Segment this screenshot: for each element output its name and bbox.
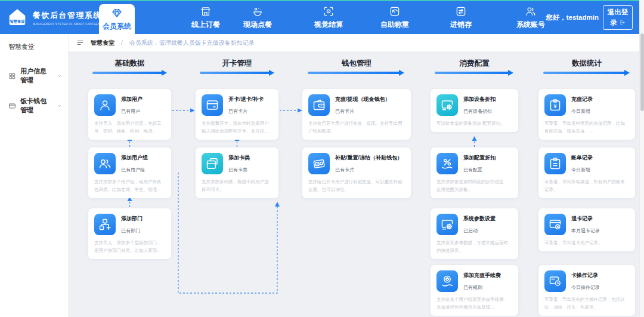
card-title: 卡操作记录 [571, 272, 600, 279]
recharge-fee-icon [436, 270, 458, 292]
card-title: 添加用户组 [121, 154, 148, 162]
add-user-group-icon [94, 153, 116, 174]
column-header-arrow [308, 72, 402, 74]
card-return-records[interactable]: 退卡记录 本月退卡记录 可查看、导出退卡用户记录。 [538, 208, 635, 251]
card-subtitle: 已有卡类 [228, 167, 250, 173]
app-subtitle: MANAGEMENT SYSTEM OF SMART CANTEEN [33, 23, 102, 26]
card-open-return-replace[interactable]: 开卡/退卡/补卡 已有卡片 支持批量开卡，添加卡时选择用户输入相应信息即可开卡。… [196, 89, 278, 140]
card-description: 支持给已开卡用户进行补贴充值、可以重置补贴金额。也可以冻结。 [308, 178, 405, 193]
card-subtitle: 已有用户 [121, 108, 143, 115]
store-icon [200, 5, 212, 17]
bill-record-icon [544, 153, 566, 174]
card-title: 系统参数设置 [463, 215, 496, 223]
nav-item-online-order[interactable]: 线上订餐 [179, 1, 233, 34]
sidebar-collapse-icon[interactable] [76, 39, 84, 47]
nav-item-member-system[interactable]: 会员系统 [99, 4, 135, 34]
card-title: 账单记录 [571, 154, 593, 162]
card-description: 支持导入、添加用户信息，包括工号、密码、姓名、性别、电话。 [94, 119, 165, 135]
card-config-discount[interactable]: 添加配置折扣 已有配置 支持添加食堂某时间段的折扣信息，应用范围为设备。 [431, 147, 518, 198]
top-navbar: 智慧食堂 餐饮后台管理系统 MANAGEMENT SYSTEM OF SMART… [0, 1, 644, 34]
column-header: 开卡管理 [196, 59, 278, 69]
wallet-icon [308, 94, 330, 116]
column-card-management: 开卡管理 开卡/退卡/补卡 已有卡片 支持批量开卡，添加卡时选择用户输入相应信息… [196, 51, 278, 317]
column-header: 消费配置 [431, 59, 518, 69]
card-recharge-records[interactable]: 充值记录 今日新增 可查看、导出多种类型的充值记录，比如自助充值、现金充值、..… [538, 89, 635, 140]
accounts-icon [525, 5, 537, 17]
card-operation-records[interactable]: 卡操作记录 今日操作记录 可查看、导出所有的卡操作记录，包括认证、冻结、挂失、作… [538, 265, 635, 316]
card-description: 支持设置参考数据，方便常规运营时的快速设置。 [436, 239, 512, 254]
recharge-record-icon [544, 94, 566, 116]
card-types-icon [202, 153, 223, 174]
column-basic-data: 基础数据 添加用户 已有用户 支持导入、添加用户信息，包括工号、密码、姓名、性别… [88, 51, 171, 317]
subsidy-wallet-icon [308, 153, 330, 174]
grid-icon [8, 72, 16, 80]
breadcrumb-root[interactable]: 智慧食堂 [91, 39, 114, 47]
app-title: 餐饮后台管理系统 [33, 10, 102, 21]
chevron-down-icon [57, 103, 62, 109]
inventory-icon [455, 5, 467, 17]
chevron-down-icon [57, 73, 62, 79]
card-title: 退卡记录 [571, 215, 600, 223]
nav-item-vision-settle[interactable]: 视觉结算 [302, 1, 355, 34]
card-recharge-withdraw[interactable]: 充值/提现（现金钱包） 已有卡片 支持给已开卡用户进行充值、提现。支持导出用户钱… [302, 89, 411, 140]
card-subtitle: 本月退卡记录 [571, 227, 600, 234]
nav-item-inventory[interactable]: 进销存 [434, 1, 488, 34]
sidebar-item-card-wallet[interactable]: 饭卡钱包管理 [0, 91, 68, 121]
card-system-params[interactable]: 系统参数设置 已启动 支持设置参考数据，方便常规运营时的快速设置。 [431, 208, 518, 259]
card-description: 支持批量开卡，添加卡时选择用户输入相应信息即可开卡。支持挂... [202, 119, 273, 135]
card-title: 添加部门 [121, 215, 143, 223]
logout-icon [619, 19, 626, 26]
sidebar-item-label: 饭卡钱包管理 [20, 97, 52, 115]
add-user-icon [94, 94, 116, 116]
card-title: 添加设备折扣 [463, 96, 496, 103]
card-description: 可以给食堂的设备添加 配置折扣。 [436, 119, 512, 127]
card-bill-records[interactable]: 账单记录 今日新增 可查看、导出所有渠道、所有用户的账单记录。 [538, 147, 635, 198]
app-logo: 智慧食堂 餐饮后台管理系统 MANAGEMENT SYSTEM OF SMART… [0, 7, 104, 29]
system-params-icon [436, 214, 458, 235]
sidebar: 智慧食堂 用户信息管理 饭卡钱包管理 [0, 34, 69, 317]
column-header-arrow [92, 72, 165, 74]
nav-label: 现场点餐 [243, 20, 272, 30]
card-recharge-fee[interactable]: 添加充值手续费 已有规则 支持给某个用户组设置充值手续费，充值途径包含微信充值及… [431, 265, 518, 316]
card-add-user-group[interactable]: 添加用户组 已有用户组 支持添加多个用户组，给用户作角色归类。比如老师、学生、经… [88, 147, 171, 198]
card-subtitle: 已有卡片 [228, 108, 264, 115]
column-header-arrow [200, 72, 272, 74]
nav-label: 视觉结算 [314, 20, 343, 30]
card-title: 补贴/重置/冻结（补贴钱包） [335, 154, 402, 162]
dining-icon [252, 5, 264, 17]
sidebar-item-user-info[interactable]: 用户信息管理 [0, 61, 68, 91]
card-add-department[interactable]: 添加部门 已有部门 支持导入、添加多个层级的部门，把用户按部门分类。比如人事部.… [88, 208, 171, 259]
card-description: 支持给某个用户组设置充值手续费，充值途径包含微信充值及现... [436, 296, 512, 311]
card-description: 支持添加多个用户组，给用户作角色归类。比如老师、学生、经理... [94, 178, 165, 193]
logout-button[interactable]: 退出登录 [603, 5, 633, 30]
add-department-icon [94, 214, 116, 235]
user-area: 您好，testadmin 退出登录 [539, 1, 636, 34]
card-title: 添加配置折扣 [463, 154, 496, 162]
card-subtitle: 今日操作记录 [571, 284, 600, 291]
card-subsidy-reset-freeze[interactable]: 补贴/重置/冻结（补贴钱包） 已有卡片 支持给已开卡用户进行补贴充值、可以重置补… [302, 147, 411, 198]
column-header-arrow [435, 72, 511, 74]
card-description: 可查看、导出多种类型的充值记录，比如自助充值、现金充值、... [544, 119, 629, 135]
scrollbar-thumb[interactable] [640, 33, 644, 111]
logo-badge-text: 智慧食堂 [9, 19, 25, 24]
card-add-card-types[interactable]: 添加卡类 已有卡类 支持添加多种类，根据不同用户选择不同卡。 [196, 147, 278, 198]
card-description: 可查看、导出所有的卡操作记录，包括认证、冻结、挂失、作废等。 [544, 296, 629, 311]
gem-icon [111, 7, 123, 19]
card-device-discount[interactable]: 添加设备折扣 已有设备折扣 可以给食堂的设备添加 配置折扣。 [431, 89, 518, 132]
card-add-user[interactable]: 添加用户 已有用户 支持导入、添加用户信息，包括工号、密码、姓名、性别、电话。 [88, 89, 171, 140]
nav-label: 自助称重 [380, 20, 409, 30]
scale-icon [389, 5, 401, 17]
card-title: 充值记录 [571, 96, 593, 103]
page-scrollbar [639, 0, 644, 317]
breadcrumb-current: 会员系统：管理就餐人员饭卡充值设备折扣记录 [129, 39, 255, 47]
card-icon [8, 102, 16, 110]
column-header: 基础数据 [88, 59, 171, 69]
bank-card-icon [202, 94, 223, 116]
card-title: 开卡/退卡/补卡 [228, 96, 264, 103]
card-subtitle: 已有规则 [463, 284, 501, 291]
nav-label: 进销存 [450, 20, 472, 30]
nav-item-self-weigh[interactable]: 自助称重 [368, 1, 422, 34]
nav-item-onsite-order[interactable]: 现场点餐 [231, 1, 284, 34]
device-discount-icon [436, 94, 458, 116]
card-description: 可查看、导出退卡用户记录。 [544, 239, 629, 247]
